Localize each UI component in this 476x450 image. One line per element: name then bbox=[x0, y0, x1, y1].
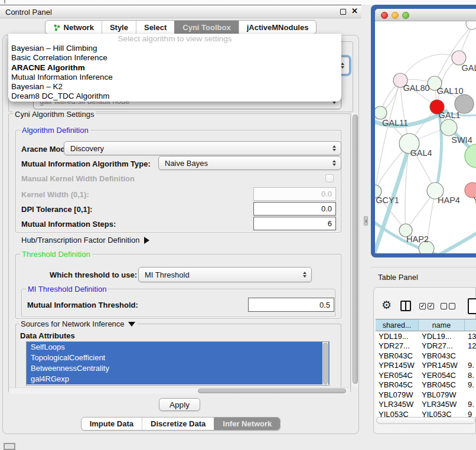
table-cell: YBL079W bbox=[376, 390, 419, 399]
unchecked-box-icon[interactable] bbox=[449, 303, 455, 309]
combo-arrows-icon bbox=[330, 145, 338, 151]
column-header-2[interactable] bbox=[465, 319, 476, 331]
zoom-light-icon[interactable] bbox=[402, 12, 409, 19]
unchecked-box-icon[interactable] bbox=[441, 303, 447, 309]
file-icon[interactable] bbox=[468, 298, 476, 314]
tab-style[interactable]: Style bbox=[102, 21, 136, 34]
mi-algorithm-type-label: Mutual Information Algorithm Type: bbox=[21, 159, 151, 168]
algorithm-definition-title: Algorithm Definition bbox=[20, 126, 90, 135]
network-window-titlebar[interactable] bbox=[375, 9, 476, 21]
panel-title: Control Panel bbox=[5, 8, 52, 17]
attributes-scrollbar[interactable] bbox=[322, 342, 328, 385]
network-node[interactable] bbox=[465, 144, 476, 168]
network-canvas[interactable]: GALGAL80GAL10GAL1GAL11GAL4SWI4GCY1HAP4YH… bbox=[375, 21, 476, 253]
column-header-name[interactable]: name bbox=[419, 319, 465, 331]
hub-definition-label: Hub/Transcription Factor Definition bbox=[21, 236, 139, 244]
top-strip bbox=[0, 0, 476, 5]
node-label-gal: GAL bbox=[461, 63, 476, 73]
mi-steps-field[interactable]: 6 bbox=[253, 217, 336, 230]
table-cell: YDL19... bbox=[419, 332, 465, 341]
combo-arrows-icon bbox=[330, 160, 338, 166]
settings-vertical-scrollbar-thumb[interactable] bbox=[353, 115, 358, 384]
bottom-tab-impute-data[interactable]: Impute Data bbox=[81, 418, 142, 430]
network-canvas-svg: GALGAL80GAL10GAL1GAL11GAL4SWI4GCY1HAP4YH… bbox=[375, 21, 476, 253]
manual-kernel-width-checkbox[interactable] bbox=[325, 174, 334, 182]
table-row[interactable]: YBR045CYBR045C9. bbox=[376, 380, 476, 390]
dropdown-item-aracne-algorithm[interactable]: ARACNE Algorithm bbox=[8, 63, 341, 73]
dropdown-item-dream8-dc-tdc-algorithm[interactable]: Dream8 DC_TDC Algorithm bbox=[8, 92, 341, 101]
attribute-item-betweennesscentrality[interactable]: BetweennessCentrality bbox=[27, 363, 329, 374]
node-table: shared...name YDL19...YDL19...13YDR27...… bbox=[376, 319, 476, 417]
hub-definition-toggle[interactable]: Hub/Transcription Factor Definition bbox=[21, 236, 149, 244]
tab-select[interactable]: Select bbox=[136, 21, 174, 34]
dropdown-item-bayesian-hill-climbing[interactable]: Bayesian – Hill Climbing bbox=[8, 44, 341, 53]
table-row[interactable]: YLR345WYLR345W9. bbox=[376, 400, 476, 410]
data-attributes-list[interactable]: SelfLoopsTopologicalCoefficientBetweenne… bbox=[26, 341, 330, 386]
mi-threshold-field[interactable]: 0.5 bbox=[248, 298, 334, 312]
minimize-light-icon[interactable] bbox=[392, 12, 399, 19]
table-cell: 12 bbox=[465, 341, 476, 350]
table-row[interactable]: YDL19...YDL19...13 bbox=[376, 331, 476, 341]
apply-button[interactable]: Apply bbox=[159, 398, 200, 411]
settings-vertical-scrollbar[interactable] bbox=[351, 113, 358, 387]
settings-horizontal-scrollbar-thumb[interactable] bbox=[198, 389, 346, 393]
dropdown-item-basic-correlation-inference[interactable]: Basic Correlation Inference bbox=[8, 53, 341, 63]
attribute-item-gal4rgexp[interactable]: gal4RGexp bbox=[27, 374, 329, 384]
dropdown-item-mutual-information-inference[interactable]: Mutual Information Inference bbox=[8, 73, 341, 82]
table-cell: YLR345W bbox=[419, 400, 465, 409]
node-label-swi4: SWI4 bbox=[451, 135, 472, 145]
table-cell: 9. bbox=[465, 400, 476, 409]
table-cell: YPR145W bbox=[419, 361, 465, 370]
float-icon[interactable] bbox=[340, 9, 346, 15]
network-node[interactable] bbox=[466, 21, 476, 30]
split-columns-icon[interactable] bbox=[400, 301, 411, 311]
sources-group-toggle[interactable]: Sources for Network Inference bbox=[19, 319, 137, 328]
attribute-item-selfloops[interactable]: SelfLoops bbox=[27, 342, 329, 353]
table-row[interactable]: YBR043CYBR043C bbox=[376, 351, 476, 361]
kernel-width-field[interactable]: 0.0 bbox=[253, 187, 336, 201]
table-row[interactable]: YER054CYER054C8. bbox=[376, 370, 476, 380]
settings-horizontal-scrollbar[interactable] bbox=[9, 387, 350, 394]
mi-algorithm-type-combobox[interactable]: Naive Bayes bbox=[158, 156, 341, 170]
table-row[interactable]: YIL053CYIL053C9 bbox=[376, 409, 476, 417]
collapsed-panel-icon[interactable] bbox=[4, 443, 15, 450]
network-node-gal11[interactable] bbox=[375, 106, 387, 119]
tab-cyni-toolbox[interactable]: Cyni Toolbox bbox=[174, 21, 238, 34]
bottom-tab-infer-network[interactable]: Infer Network bbox=[214, 418, 280, 430]
panel-splitter-handle[interactable] bbox=[364, 216, 368, 226]
tab-jactivemnodules[interactable]: jActiveMNodules bbox=[239, 21, 317, 34]
bottom-tab-discretize-data[interactable]: Discretize Data bbox=[142, 418, 214, 430]
column-header-shared-[interactable]: shared... bbox=[376, 319, 419, 331]
node-label-gcy1: GCY1 bbox=[376, 195, 399, 205]
dpi-tolerance-label: DPI Tolerance [0,1]: bbox=[21, 205, 92, 214]
network-edge-thick[interactable] bbox=[436, 111, 441, 191]
aracne-mode-combobox[interactable]: Discovery bbox=[64, 141, 341, 155]
attribute-item-topologicalcoefficient[interactable]: TopologicalCoefficient bbox=[27, 353, 329, 363]
gear-icon[interactable]: ⚙ bbox=[382, 298, 392, 312]
close-light-icon[interactable] bbox=[381, 12, 388, 19]
table-row[interactable]: YBL079WYBL079W bbox=[376, 390, 476, 400]
tab-network[interactable]: Network bbox=[45, 21, 102, 34]
mi-algorithm-type-value: Naive Bayes bbox=[159, 159, 330, 168]
table-cell: 9. bbox=[465, 380, 476, 389]
table-cell: 8. bbox=[465, 371, 476, 380]
panel-tabs-box: NetworkStyleSelectCyni ToolboxjActiveMNo… bbox=[45, 20, 317, 34]
table-toolbar: ⚙ ✓ ✓ bbox=[376, 297, 476, 316]
dpi-tolerance-field[interactable]: 0.0 bbox=[253, 202, 336, 216]
which-threshold-combobox[interactable]: MI Threshold bbox=[138, 267, 312, 282]
network-node-swi4[interactable] bbox=[441, 119, 457, 136]
table-cell: 9 bbox=[465, 410, 476, 417]
dropdown-item-bayesian-k2[interactable]: Bayesian – K2 bbox=[8, 82, 341, 92]
network-edge-thick[interactable] bbox=[439, 232, 476, 253]
close-icon[interactable]: ✕ bbox=[351, 6, 358, 15]
table-cell: YDR27... bbox=[376, 341, 419, 350]
table-panel-titlebar: Table Panel bbox=[371, 267, 476, 285]
table-row[interactable]: YDR27...YDR27...12 bbox=[376, 341, 476, 351]
checked-box-icon[interactable]: ✓ bbox=[419, 303, 426, 309]
table-horizontal-scrollbar[interactable] bbox=[376, 417, 475, 424]
network-edge[interactable] bbox=[400, 54, 459, 80]
checked-box-icon[interactable]: ✓ bbox=[428, 303, 434, 309]
table-row[interactable]: YPR145WYPR145W9. bbox=[376, 361, 476, 371]
threshold-definition-title: Threshold Definition bbox=[20, 250, 92, 259]
attributes-scrollbar-thumb[interactable] bbox=[323, 343, 328, 384]
